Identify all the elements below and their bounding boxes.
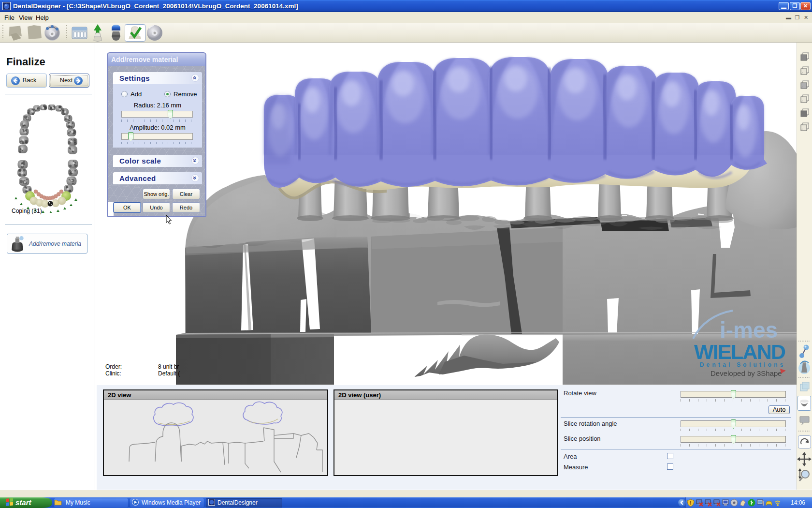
svg-text:Dental Solutions: Dental Solutions [700,361,786,368]
svg-text:start: start [15,498,32,507]
svg-text:i-mes: i-mes [720,317,778,343]
svg-text:Developed by 3Shape: Developed by 3Shape [710,369,782,377]
svg-text:WIELAND: WIELAND [694,340,786,363]
svg-text:!: ! [690,500,692,506]
